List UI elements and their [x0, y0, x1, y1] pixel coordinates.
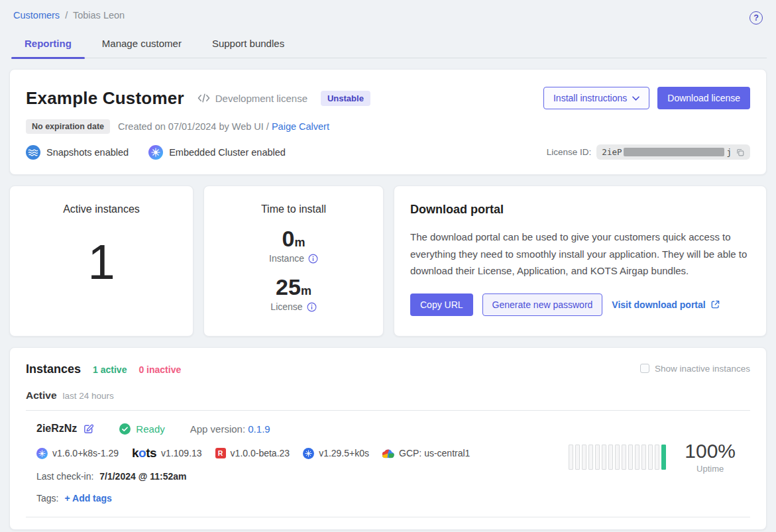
inactive-count: 0 inactive — [139, 364, 181, 375]
main-content: Example Customer Development license Uns… — [0, 58, 776, 530]
expiration-badge: No expiration date — [26, 119, 110, 134]
customer-name: Example Customer — [26, 88, 184, 109]
uptime-bar — [595, 445, 600, 470]
external-link-icon — [710, 299, 720, 309]
uptime-bar — [648, 445, 653, 470]
customer-summary-card: Example Customer Development license Uns… — [9, 69, 767, 175]
instance-install-label: Instance — [204, 253, 383, 264]
kubernetes-icon — [303, 448, 314, 459]
license-id-suffix: j — [726, 147, 732, 157]
code-icon — [197, 93, 210, 103]
channel-badge: Unstable — [321, 91, 370, 106]
show-inactive-toggle[interactable]: Show inactive instances — [640, 364, 750, 374]
license-install-label: License — [204, 301, 383, 312]
info-icon[interactable] — [308, 254, 318, 264]
download-portal-title: Download portal — [410, 203, 750, 217]
uptime-bar — [608, 445, 613, 470]
tab-bar: Reporting Manage customer Support bundle… — [23, 34, 767, 58]
tab-support-bundles[interactable]: Support bundles — [211, 34, 286, 58]
download-portal-description: The download portal can be used to give … — [410, 229, 750, 280]
license-id-prefix: 2ieP — [602, 147, 622, 157]
embedded-cluster-icon — [148, 145, 163, 160]
license-id-redacted — [624, 148, 724, 156]
license-id-row: License ID: 2ieP j — [547, 144, 750, 160]
tags-label: Tags: — [36, 493, 58, 504]
instances-card: Instances 1 active 0 inactive Show inact… — [9, 347, 767, 530]
time-to-install-card: Time to install 0m Instance 25m License — [203, 186, 384, 337]
kots-version: kots v1.109.13 — [132, 446, 202, 460]
divider — [26, 410, 750, 411]
generate-password-button[interactable]: Generate new password — [482, 293, 603, 316]
gcp-icon — [382, 449, 394, 458]
instance-install-time: 0m — [204, 226, 383, 252]
license-id-field: 2ieP j — [596, 144, 750, 160]
uptime-block: 100% Uptime — [569, 440, 736, 474]
active-section-sublabel: last 24 hours — [63, 391, 114, 401]
stats-row: Active instances 1 Time to install 0m In… — [9, 186, 767, 337]
active-instances-card: Active instances 1 — [9, 186, 194, 337]
license-type-label: Development license — [215, 93, 307, 104]
instances-title: Instances — [26, 362, 81, 376]
embedded-cluster-version: v1.6.0+k8s-1.29 — [36, 448, 119, 459]
license-type: Development license — [197, 93, 307, 104]
replicated-icon: R — [215, 448, 226, 458]
uptime-bar — [635, 445, 639, 470]
uptime-bar — [569, 445, 573, 470]
license-id-label: License ID: — [547, 147, 592, 157]
instance-status-label: Ready — [136, 423, 164, 435]
snapshots-icon — [26, 145, 40, 160]
install-instructions-button[interactable]: Install instructions — [543, 87, 649, 109]
uptime-bar — [661, 445, 666, 470]
show-inactive-checkbox[interactable] — [640, 364, 649, 373]
uptime-bar — [615, 445, 620, 470]
feature-snapshots: Snapshots enabled — [26, 145, 129, 160]
uptime-percent: 100% — [685, 440, 736, 462]
feature-embedded-cluster: Embedded Cluster enabled — [148, 145, 286, 160]
created-text: Created on 07/01/2024 by Web UI / Paige … — [118, 121, 329, 132]
uptime-bar — [641, 445, 646, 470]
app-version: App version: 0.1.9 — [190, 423, 270, 435]
tab-manage-customer[interactable]: Manage customer — [101, 34, 183, 58]
kubernetes-version: v1.29.5+k0s — [303, 448, 369, 459]
copy-url-button[interactable]: Copy URL — [410, 293, 473, 316]
edit-icon[interactable] — [83, 423, 94, 435]
visit-download-portal-link[interactable]: Visit download portal — [612, 299, 720, 310]
add-tags-link[interactable]: + Add tags — [64, 493, 111, 504]
kots-logo: kots — [132, 446, 156, 460]
tags-row: Tags: + Add tags — [36, 493, 569, 504]
uptime-bar — [622, 445, 626, 470]
active-section-label: Active — [26, 390, 57, 401]
breadcrumb-current: Tobias Leon — [73, 10, 125, 21]
download-license-button[interactable]: Download license — [657, 87, 750, 109]
ready-check-icon — [119, 423, 131, 435]
breadcrumb-customers-link[interactable]: Customers — [13, 10, 60, 21]
uptime-bar — [575, 445, 580, 470]
uptime-bar — [628, 445, 633, 470]
active-count: 1 active — [93, 364, 127, 375]
uptime-bars — [569, 445, 666, 470]
instance-id: 2ieRzNz — [36, 423, 77, 435]
chevron-down-icon — [632, 96, 639, 101]
last-checkin-value: 7/1/2024 @ 11:52am — [99, 471, 186, 482]
tab-reporting[interactable]: Reporting — [23, 34, 73, 58]
info-icon[interactable] — [307, 302, 317, 312]
feature-embedded-cluster-label: Embedded Cluster enabled — [169, 147, 286, 158]
breadcrumb-separator: / — [65, 10, 68, 21]
replicated-version: R v1.0.0-beta.23 — [215, 448, 290, 458]
app-version-link[interactable]: 0.1.9 — [248, 423, 270, 435]
instance-status: Ready — [119, 423, 164, 435]
copy-icon[interactable] — [736, 148, 745, 157]
created-by-link[interactable]: Paige Calvert — [272, 121, 329, 132]
time-to-install-title: Time to install — [204, 203, 383, 215]
uptime-bar — [655, 445, 659, 470]
uptime-label: Uptime — [685, 464, 736, 474]
embedded-cluster-icon — [36, 448, 48, 459]
gcp-region: GCP: us-central1 — [382, 448, 470, 458]
uptime-bar — [588, 445, 593, 470]
feature-snapshots-label: Snapshots enabled — [46, 147, 129, 158]
uptime-bar — [582, 445, 586, 470]
download-portal-card: Download portal The download portal can … — [394, 186, 767, 337]
help-icon[interactable]: ? — [749, 11, 763, 25]
license-install-time: 25m — [204, 274, 383, 300]
breadcrumb: Customers / Tobias Leon — [13, 10, 125, 21]
